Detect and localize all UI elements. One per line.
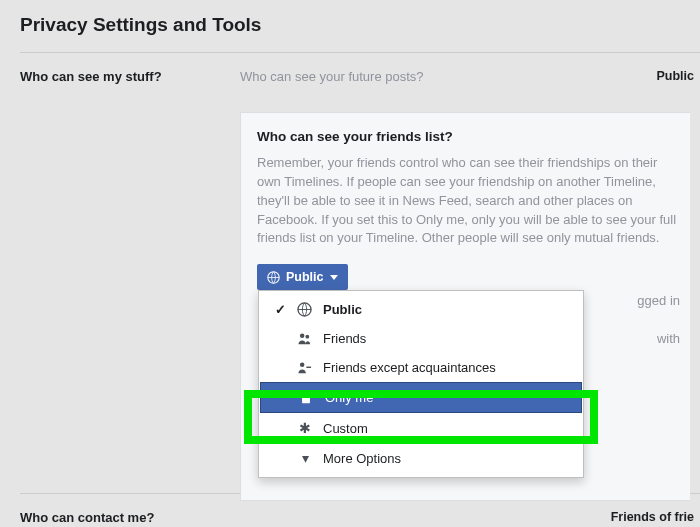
dropdown-label: Friends	[323, 331, 366, 346]
more-icon: ▾	[297, 450, 313, 466]
sub-description: Remember, your friends control who can s…	[257, 154, 680, 248]
dropdown-label: Friends except acquaintances	[323, 360, 496, 375]
dropdown-label: Public	[323, 302, 362, 317]
dropdown-item-more[interactable]: ▾ More Options	[259, 443, 583, 473]
svg-point-2	[300, 333, 305, 338]
row-future-posts[interactable]: Who can see your future posts? Public	[240, 69, 700, 84]
gear-icon: ✱	[297, 420, 313, 436]
lock-icon	[299, 391, 315, 405]
dropdown-label: Only me	[325, 390, 373, 405]
audience-button-label: Public	[286, 270, 324, 284]
check-icon: ✓	[273, 302, 287, 317]
audience-dropdown: ✓ Public Friends Friends except acquaint…	[258, 290, 584, 478]
section-label-see: Who can see my stuff?	[20, 69, 240, 501]
friends-icon	[297, 331, 313, 346]
dropdown-label: More Options	[323, 451, 401, 466]
section-label-contact: Who can contact me?	[20, 510, 240, 525]
globe-icon	[297, 302, 313, 317]
sub-title: Who can see your friends list?	[257, 129, 680, 144]
obscured-text-1: gged in	[637, 293, 680, 308]
obscured-text-2: with	[657, 331, 680, 346]
audience-button[interactable]: Public	[257, 264, 348, 290]
dropdown-label: Custom	[323, 421, 368, 436]
dropdown-item-public[interactable]: ✓ Public	[259, 295, 583, 324]
row-value-contact: Friends of frie	[560, 510, 700, 524]
row-question: Who can see your future posts?	[240, 69, 580, 84]
dropdown-item-only-me[interactable]: Only me	[260, 382, 582, 413]
friends-except-icon	[297, 360, 313, 375]
dropdown-item-custom[interactable]: ✱ Custom	[259, 413, 583, 443]
globe-icon	[267, 271, 280, 284]
page-title: Privacy Settings and Tools	[20, 8, 700, 53]
row-value-public: Public	[580, 69, 700, 83]
dropdown-item-friends-except[interactable]: Friends except acquaintances	[259, 353, 583, 382]
row-contact[interactable]: Friends of frie	[240, 510, 700, 524]
svg-rect-6	[302, 397, 310, 403]
dropdown-item-friends[interactable]: Friends	[259, 324, 583, 353]
svg-point-3	[305, 335, 309, 339]
svg-rect-5	[306, 367, 311, 368]
svg-point-4	[300, 362, 305, 367]
caret-down-icon	[330, 275, 338, 280]
